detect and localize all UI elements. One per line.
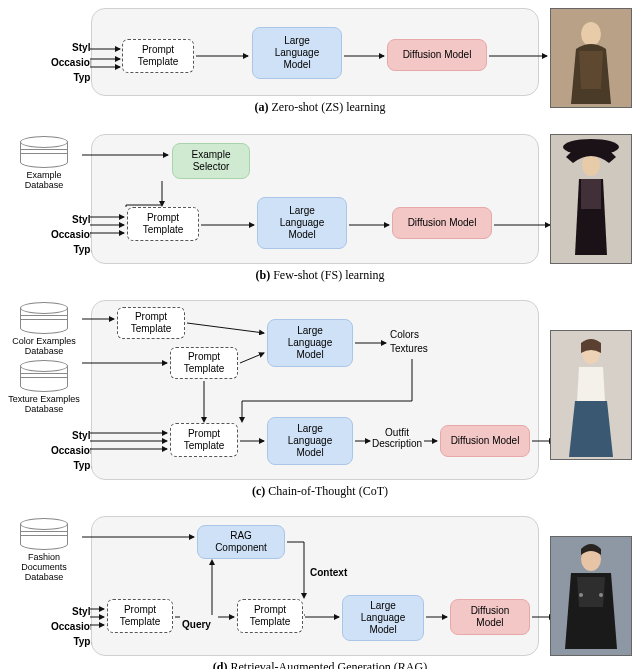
diffusion-box: Diffusion Model: [440, 425, 530, 457]
diffusion-box: Diffusion Model: [387, 39, 487, 71]
color-database: Color Examples Database: [6, 302, 82, 356]
llm-box: Large Language Model: [342, 595, 424, 641]
caption-d: (d) Retrieval-Augmented Generation (RAG): [6, 660, 634, 669]
svg-point-17: [582, 154, 600, 176]
svg-marker-41: [209, 559, 215, 565]
llm-box-2: Large Language Model: [267, 417, 353, 465]
output-image: [550, 8, 632, 108]
example-database-label: Example Database: [6, 170, 82, 190]
texture-database: Texture Examples Database: [6, 360, 82, 414]
input-style: Style: [6, 604, 96, 619]
prompt-template-label: Prompt Template: [138, 44, 179, 68]
input-occasion: Occasion: [6, 55, 96, 70]
subfigure-c: Color Examples Database Texture Examples…: [6, 300, 634, 510]
subfigure-a: Style Occasion Type Prompt Template Larg…: [6, 8, 634, 128]
input-occasion: Occasion: [6, 227, 96, 242]
input-type: Type: [6, 458, 96, 473]
fashion-database: Fashion Documents Database: [6, 518, 82, 582]
svg-point-51: [599, 593, 603, 597]
caption-c: (c) Chain-of-Thought (CoT): [6, 484, 634, 499]
output-image: [550, 536, 632, 656]
diffusion-box: Diffusion Model: [450, 599, 530, 635]
input-labels: Style Occasion Type: [6, 428, 96, 473]
llm-label: Large Language Model: [280, 205, 325, 241]
rag-component-box: RAG Component: [197, 525, 285, 559]
svg-point-18: [563, 139, 619, 155]
subfigure-b: Example Database Style Occasion Type Exa…: [6, 134, 634, 294]
svg-line-23: [240, 353, 264, 363]
subfigure-d: Fashion Documents Database Style Occasio…: [6, 516, 634, 669]
llm-box: Large Language Model: [252, 27, 342, 79]
color-database-label: Color Examples Database: [6, 336, 82, 356]
input-labels: Style Occasion Type: [6, 212, 96, 257]
svg-marker-43: [301, 593, 307, 599]
prompt-template-box: Prompt Template: [122, 39, 194, 73]
query-label: Query: [182, 619, 211, 630]
fashion-database-label: Fashion Documents Database: [6, 552, 82, 582]
input-style: Style: [6, 428, 96, 443]
texture-database-label: Texture Examples Database: [6, 394, 82, 414]
prompt-template-box: Prompt Template: [127, 207, 199, 241]
rag-component-label: RAG Component: [215, 530, 267, 554]
svg-rect-19: [581, 179, 601, 209]
prompt-template-final: Prompt Template: [237, 599, 303, 633]
caption-a: (a) Zero-shot (ZS) learning: [6, 100, 634, 115]
llm-label: Large Language Model: [275, 35, 320, 71]
prompt-template-query: Prompt Template: [107, 599, 173, 633]
arrows: [92, 517, 562, 657]
input-labels: Style Occasion Type: [6, 40, 96, 85]
diffusion-label: Diffusion Model: [403, 49, 472, 61]
svg-line-22: [187, 323, 264, 333]
input-occasion: Occasion: [6, 443, 96, 458]
input-style: Style: [6, 40, 96, 55]
prompt-template-colors: Prompt Template: [117, 307, 185, 339]
output-image: [550, 134, 632, 264]
prompt-template-outfit: Prompt Template: [170, 423, 238, 457]
svg-marker-26: [239, 417, 245, 423]
output-image: [550, 330, 632, 460]
caption-b: (b) Few-shot (FS) learning: [6, 268, 634, 283]
example-database: Example Database: [6, 136, 82, 190]
input-style: Style: [6, 212, 96, 227]
prompt-template-label: Prompt Template: [143, 212, 184, 236]
svg-point-7: [581, 22, 601, 46]
svg-point-50: [579, 593, 583, 597]
textures-label: Textures: [390, 343, 428, 354]
outfit-desc-label: Outfit Description: [372, 427, 422, 449]
input-labels: Style Occasion Type: [6, 604, 96, 649]
llm-box-1: Large Language Model: [267, 319, 353, 367]
example-selector-box: Example Selector: [172, 143, 250, 179]
llm-box: Large Language Model: [257, 197, 347, 249]
diffusion-label: Diffusion Model: [408, 217, 477, 229]
input-type: Type: [6, 634, 96, 649]
colors-label: Colors: [390, 329, 419, 340]
input-type: Type: [6, 242, 96, 257]
prompt-template-textures: Prompt Template: [170, 347, 238, 379]
input-occasion: Occasion: [6, 619, 96, 634]
input-type: Type: [6, 70, 96, 85]
example-selector-label: Example Selector: [192, 149, 231, 173]
context-label: Context: [310, 567, 347, 578]
diffusion-box: Diffusion Model: [392, 207, 492, 239]
